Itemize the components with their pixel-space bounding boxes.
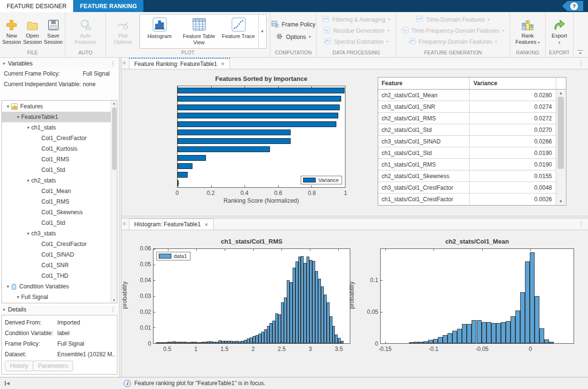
tree-item-ch2-stats[interactable]: ▾ch2_stats xyxy=(2,175,111,186)
ranking-bar-chart[interactable]: Variance xyxy=(177,86,345,188)
feature-table-view-button[interactable]: Feature Table View xyxy=(179,14,219,48)
table-row[interactable]: ch3_stats/Col1_SINAD0.0266 xyxy=(378,136,566,147)
tree-item-col1-sinad[interactable]: Col1_SINAD xyxy=(2,249,111,260)
tree-item-full-signal[interactable]: ▾Full Signal xyxy=(2,292,111,302)
table-row[interactable]: ch1_stats/Col1_Std0.0190 xyxy=(378,147,566,159)
table-scrollbar-thumb[interactable] xyxy=(558,97,564,169)
tree-item-col1-thd[interactable]: Col1_THD xyxy=(2,271,111,281)
overflow-menu-icon[interactable]: ⋮ xyxy=(110,306,116,313)
tree-item-col1-std[interactable]: Col1_Std xyxy=(2,218,111,228)
tree-item-featuretable1[interactable]: ▾FeatureTable1 xyxy=(2,112,111,122)
frame-policy-button[interactable]: Frame Policy xyxy=(271,20,316,29)
parameters-button[interactable]: Parameters xyxy=(33,361,73,371)
tree-item-col1-crestfactor[interactable]: Col1_CrestFactor xyxy=(2,133,111,143)
tree-item-col1-skewness[interactable]: Col1_Skewness xyxy=(2,207,111,218)
scroll-down-icon[interactable]: ▼ xyxy=(111,298,117,302)
tree-expander-icon[interactable]: ▾ xyxy=(15,115,21,119)
tree-expander-icon[interactable]: ▾ xyxy=(25,125,31,130)
table-row[interactable]: ch2_stats/Col1_Std0.0270 xyxy=(378,124,566,136)
tree-item-col1-kurtosis[interactable]: Col1_Kurtosis xyxy=(2,143,111,154)
y-tick-mark xyxy=(381,343,383,344)
gallery-dropdown-button[interactable]: ▾ xyxy=(258,14,266,48)
table-row[interactable]: ch3_stats/Col1_SNR0.0274 xyxy=(378,101,566,113)
histogram-bar xyxy=(501,322,506,343)
y-tick-mark xyxy=(381,312,383,312)
feature-ranking-doc-tab[interactable]: Feature Ranking: FeatureTable1 × xyxy=(129,58,230,69)
data-processing-button-2[interactable]: Spectral Estimation▾ xyxy=(324,38,388,46)
collapse-left-icon[interactable]: ◀ xyxy=(5,381,10,386)
tree-scrollbar-thumb[interactable] xyxy=(112,107,116,170)
close-icon[interactable]: × xyxy=(205,221,208,228)
tree-expander-icon[interactable]: ▾ xyxy=(5,104,11,109)
tree-item-ch3-stats[interactable]: ▾ch3_stats xyxy=(2,228,111,239)
tree-expander-icon[interactable]: ▾ xyxy=(15,295,21,299)
histogram-bar xyxy=(535,296,539,343)
hist2-chart[interactable] xyxy=(380,248,574,344)
tree-item-col1-crestfactor[interactable]: Col1_CrestFactor xyxy=(2,239,111,249)
tree-item-col1-rms[interactable]: Col1_RMS xyxy=(2,154,111,165)
scroll-down-icon[interactable]: ▼ xyxy=(556,199,565,204)
history-button[interactable]: History xyxy=(5,361,33,371)
variables-panel-header[interactable]: ▾ Variables ⋮ xyxy=(0,59,119,68)
tree-item-ch1-stats[interactable]: ▾ch1_stats xyxy=(2,122,111,133)
tree-scrollbar[interactable]: ▲ ▼ xyxy=(111,101,117,303)
rank-features-button[interactable]: 213 Rank Features ▾ xyxy=(513,17,542,46)
export-button[interactable]: Export▾ xyxy=(549,17,570,46)
table-scrollbar[interactable]: ▲ ▼ xyxy=(556,90,565,205)
plot-options-button[interactable]: Plot Options xyxy=(111,17,136,45)
tab-feature-designer[interactable]: FEATURE DESIGNER xyxy=(0,0,73,12)
histogram-bar xyxy=(530,252,535,343)
tree-item-col1-rms[interactable]: Col1_RMS xyxy=(2,196,111,207)
tree-item-label: Condition Variables xyxy=(19,283,69,290)
histogram-gallery-button[interactable]: Histogram xyxy=(140,14,179,48)
tree-item-features[interactable]: ▾Features xyxy=(2,101,111,112)
table-row[interactable]: ch1_stats/Col1_RMS0.0190 xyxy=(378,159,566,170)
column-header-feature[interactable]: Feature xyxy=(378,78,470,89)
table-row[interactable]: ch2_stats/Col1_RMS0.0272 xyxy=(378,113,566,124)
x-tick-mark xyxy=(168,249,168,251)
auto-features-icon xyxy=(79,17,92,31)
cell-variance: 0.0266 xyxy=(470,136,556,147)
tree-expander-icon[interactable]: ▾ xyxy=(25,231,31,236)
grip-icon[interactable]: ≡ xyxy=(123,60,126,65)
open-session-button[interactable]: Open Session xyxy=(23,17,42,45)
tree-item-col1-std[interactable]: Col1_Std xyxy=(2,165,111,175)
tab-feature-ranking[interactable]: FEATURE RANKING xyxy=(73,0,143,12)
options-button[interactable]: Options ▾ xyxy=(276,33,310,41)
table-row[interactable]: ch3_stats/Col1_CrestFactor0.0048 xyxy=(378,182,566,194)
data-processing-button-0[interactable]: Filtering & Averaging▾ xyxy=(322,16,390,24)
plot-gallery: Histogram Feature Table View Feature Tra… xyxy=(140,14,267,49)
tree-expander-icon[interactable]: ▾ xyxy=(5,284,11,289)
overflow-menu-icon[interactable]: ⋮ xyxy=(578,220,584,227)
hist2-x-ticklabels: -0.15-0.1-0.050 xyxy=(380,346,574,352)
y-tick-mark xyxy=(153,249,155,249)
tree-item-col1-mean[interactable]: Col1_Mean xyxy=(2,186,111,196)
tree-item-condition-variables[interactable]: ▾Condition Variables xyxy=(2,281,111,292)
auto-features-button[interactable]: Auto Features xyxy=(75,17,97,45)
scroll-up-icon[interactable]: ▲ xyxy=(111,102,117,105)
column-header-variance[interactable]: Variance xyxy=(470,78,556,89)
scroll-up-icon[interactable]: ▲ xyxy=(556,91,565,95)
help-icon[interactable]: ? xyxy=(570,2,578,10)
feature-generation-button-1[interactable]: Time-Frequency-Domain Features▾ xyxy=(402,27,504,35)
table-row[interactable]: ch1_stats/Col1_CrestFactor0.0026 xyxy=(378,194,566,205)
data-processing-button-1[interactable]: Residue Generation▾ xyxy=(323,27,389,35)
tree-item-col1-snr[interactable]: Col1_SNR xyxy=(2,260,111,271)
collapse-ribbon-button[interactable]: ▲ xyxy=(577,50,583,54)
hist1-chart[interactable]: data1 xyxy=(153,248,350,344)
feature-generation-button-2[interactable]: Frequency-Domain Features▾ xyxy=(409,38,497,46)
save-session-button[interactable]: Save Session xyxy=(44,17,63,45)
overflow-menu-icon[interactable]: ⋮ xyxy=(110,60,116,67)
feature-trace-button[interactable]: Feature Trace xyxy=(219,14,258,48)
histogram-doc-tab[interactable]: Histogram: FeatureTable1 × xyxy=(129,219,214,230)
overflow-menu-icon[interactable]: ⋮ xyxy=(578,60,584,66)
new-session-button[interactable]: New Session xyxy=(2,17,21,45)
tree-expander-icon[interactable]: ▾ xyxy=(25,178,31,183)
table-row[interactable]: ch2_stats/Col1_Skewness0.0155 xyxy=(378,170,566,182)
close-icon[interactable]: × xyxy=(221,60,225,67)
table-row[interactable]: ch2_stats/Col1_Mean0.0280 xyxy=(378,90,566,101)
feature-generation-button-0[interactable]: Time-Domain Features▾ xyxy=(416,16,489,24)
grip-icon[interactable]: ≡ xyxy=(123,220,126,226)
x-tick-mark xyxy=(281,341,282,343)
details-panel-header[interactable]: ▾ Details ⋮ xyxy=(0,305,119,314)
